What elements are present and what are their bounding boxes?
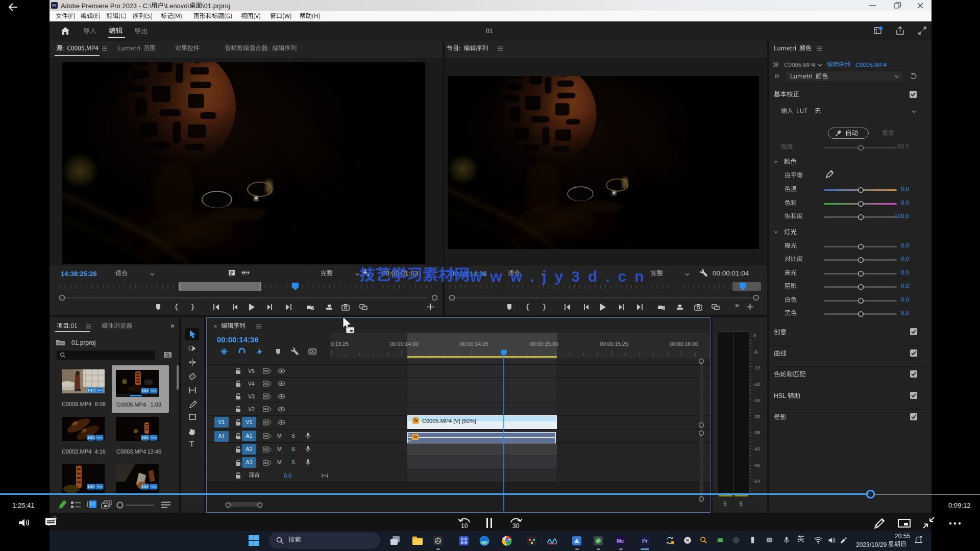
svg-text:10: 10	[461, 522, 468, 530]
svg-text:Me: Me	[617, 538, 624, 544]
svg-text:T: T	[189, 440, 194, 448]
svg-text:Pr: Pr	[642, 538, 648, 544]
svg-text:30: 30	[512, 522, 520, 530]
svg-text:fx: fx	[775, 73, 779, 79]
